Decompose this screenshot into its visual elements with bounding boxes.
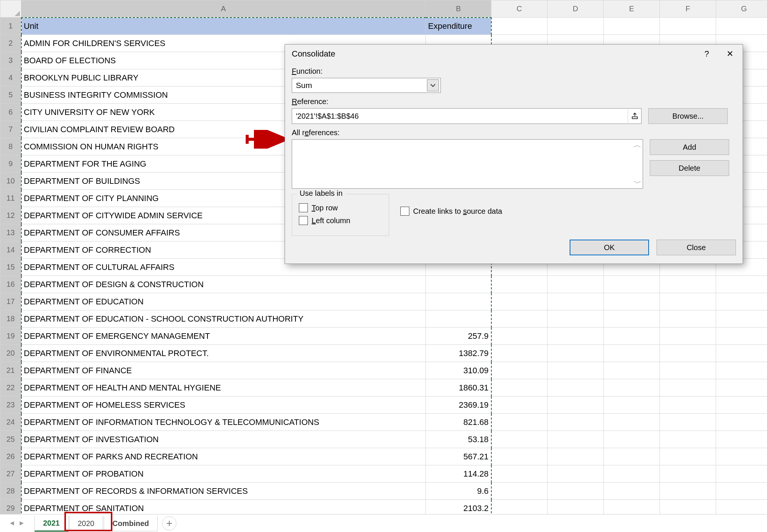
cell[interactable]: DEPARTMENT OF INFORMATION TECHNOLOGY & T… (21, 414, 426, 431)
cell[interactable] (716, 465, 767, 483)
row-header[interactable]: 5 (0, 86, 21, 104)
browse-button[interactable]: Browse... (648, 108, 728, 124)
select-all-corner[interactable] (0, 0, 21, 18)
cell[interactable] (660, 328, 716, 345)
dialog-help-button[interactable]: ? (701, 49, 713, 59)
cell[interactable]: 53.18 (426, 431, 491, 448)
cell[interactable] (604, 379, 660, 396)
tab-2021[interactable]: 2021 (34, 516, 69, 532)
row-header[interactable]: 18 (0, 310, 21, 328)
cell[interactable] (548, 379, 604, 396)
function-select[interactable]: Sum (292, 78, 441, 93)
cell[interactable] (660, 448, 716, 465)
cell[interactable] (548, 396, 604, 414)
cell[interactable]: DEPARTMENT OF DESIGN & CONSTRUCTION (21, 276, 426, 293)
top-row-checkbox[interactable] (299, 203, 308, 212)
col-header-F[interactable]: F (660, 0, 716, 18)
cell[interactable]: 9.6 (426, 483, 491, 500)
cell[interactable] (548, 414, 604, 431)
cell[interactable] (491, 396, 548, 414)
cell[interactable]: DEPARTMENT OF EMERGENCY MANAGEMENT (21, 328, 426, 345)
cell[interactable] (604, 345, 660, 362)
row-header[interactable]: 27 (0, 465, 21, 483)
cell[interactable]: DEPARTMENT OF EDUCATION (21, 293, 426, 310)
cell[interactable] (660, 431, 716, 448)
all-references-list[interactable]: ︿ ﹀ (292, 139, 643, 189)
row-header[interactable]: 26 (0, 448, 21, 465)
cell[interactable]: DEPARTMENT OF HEALTH AND MENTAL HYGIENE (21, 379, 426, 396)
cell[interactable] (716, 396, 767, 414)
row-header[interactable]: 15 (0, 259, 21, 276)
cell[interactable] (604, 18, 660, 35)
chevron-down-icon[interactable] (427, 79, 439, 91)
cell[interactable]: 114.28 (426, 465, 491, 483)
row-header[interactable]: 23 (0, 396, 21, 414)
row-header[interactable]: 28 (0, 483, 21, 500)
cell[interactable]: DEPARTMENT OF EDUCATION - SCHOOL CONSTRU… (21, 310, 426, 328)
cell[interactable] (548, 328, 604, 345)
cell[interactable] (604, 328, 660, 345)
ok-button[interactable]: OK (570, 240, 649, 255)
cell[interactable] (491, 465, 548, 483)
cell[interactable] (491, 448, 548, 465)
cell[interactable] (660, 310, 716, 328)
cell[interactable] (426, 276, 491, 293)
collapse-dialog-icon[interactable] (628, 109, 641, 123)
scrollbar[interactable]: ︿ ﹀ (632, 140, 643, 188)
cell[interactable] (660, 396, 716, 414)
cell[interactable] (548, 293, 604, 310)
col-header-G[interactable]: G (716, 0, 767, 18)
row-header[interactable]: 19 (0, 328, 21, 345)
cell[interactable]: DEPARTMENT OF ENVIRONMENTAL PROTECT. (21, 345, 426, 362)
cell[interactable] (548, 362, 604, 379)
cell[interactable] (548, 448, 604, 465)
cell[interactable] (491, 328, 548, 345)
cell[interactable] (491, 276, 548, 293)
cell[interactable] (660, 293, 716, 310)
row-header[interactable]: 20 (0, 345, 21, 362)
cell[interactable] (491, 431, 548, 448)
cell[interactable]: DEPARTMENT OF INVESTIGATION (21, 431, 426, 448)
row-header[interactable]: 8 (0, 138, 21, 155)
cell[interactable] (491, 362, 548, 379)
add-button[interactable]: Add (650, 139, 729, 155)
col-header-A[interactable]: A (21, 0, 426, 18)
row-header[interactable]: 7 (0, 121, 21, 138)
cell[interactable] (604, 276, 660, 293)
cell[interactable] (660, 18, 716, 35)
row-header[interactable]: 12 (0, 207, 21, 224)
cell[interactable] (426, 293, 491, 310)
cell[interactable] (426, 310, 491, 328)
row-header[interactable]: 11 (0, 190, 21, 207)
cell[interactable] (716, 414, 767, 431)
cell[interactable] (491, 483, 548, 500)
row-header[interactable]: 21 (0, 362, 21, 379)
cell[interactable] (491, 310, 548, 328)
create-links-checkbox[interactable] (400, 207, 409, 216)
row-header[interactable]: 1 (0, 18, 21, 35)
cell[interactable] (604, 362, 660, 379)
cell[interactable]: Expenditure (426, 18, 491, 35)
scroll-up-icon[interactable]: ︿ (632, 140, 643, 150)
cell[interactable]: DEPARTMENT OF PROBATION (21, 465, 426, 483)
cell[interactable] (548, 465, 604, 483)
cell[interactable] (716, 328, 767, 345)
cell[interactable] (660, 362, 716, 379)
cell[interactable]: 2369.19 (426, 396, 491, 414)
col-header-D[interactable]: D (548, 0, 604, 18)
cell[interactable] (548, 276, 604, 293)
cell[interactable] (491, 379, 548, 396)
tab-nav-next-icon[interactable]: ► (17, 519, 26, 528)
cell[interactable] (604, 310, 660, 328)
cell[interactable] (548, 345, 604, 362)
dialog-close-x[interactable]: ✕ (724, 49, 736, 59)
cell[interactable] (548, 310, 604, 328)
new-sheet-button[interactable] (162, 516, 176, 531)
scroll-down-icon[interactable]: ﹀ (632, 178, 643, 188)
row-header[interactable]: 17 (0, 293, 21, 310)
row-header[interactable]: 14 (0, 241, 21, 259)
cell[interactable]: DEPARTMENT OF RECORDS & INFORMATION SERV… (21, 483, 426, 500)
cell[interactable]: 1382.79 (426, 345, 491, 362)
cell[interactable] (548, 18, 604, 35)
row-header[interactable]: 25 (0, 431, 21, 448)
